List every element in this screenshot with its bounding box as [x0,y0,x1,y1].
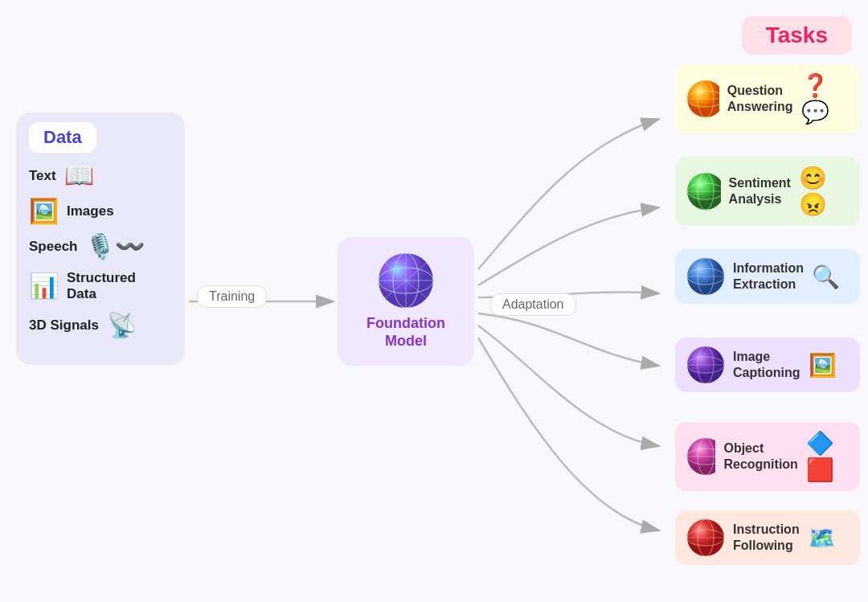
if-sphere [686,518,725,557]
tasks-title: Tasks [766,23,828,47]
qa-sphere [686,80,719,118]
adaptation-text: Adaptation [502,297,564,311]
ie-label: InformationExtraction [733,260,804,293]
data-item-structured-label: StructuredData [67,270,136,302]
ie-sphere [686,257,725,296]
task-card-image-captioning: ImageCaptioning 🖼️ [675,338,860,392]
data-item-speech: Speech 🎙️〰️ [29,235,172,259]
data-title: Data [43,127,82,147]
or-sphere [686,437,715,476]
qa-label: QuestionAnswering [727,83,793,115]
data-item-text-label: Text [29,168,56,184]
tasks-title-box: Tasks [742,16,852,55]
task-card-sentiment: SentimentAnalysis 😊😠 [675,157,860,226]
images-icon: 🖼️ [29,199,59,223]
sentiment-sphere [686,172,721,211]
data-item-3d-label: 3D Signals [29,317,99,334]
data-item-text: Text 📖 [29,164,172,188]
data-item-images: 🖼️ Images [29,199,172,223]
3d-icon: 📡 [107,313,137,338]
if-icon: 🗺️ [808,525,836,551]
sentiment-label: SentimentAnalysis [729,175,791,207]
data-item-structured: 📊 StructuredData [29,270,172,302]
speech-icon: 🎙️〰️ [85,235,145,259]
data-title-box: Data [29,122,96,153]
task-card-instruction-following: InstructionFollowing 🗺️ [675,510,860,565]
foundation-sphere [378,252,434,309]
adaptation-label: Adaptation [490,293,576,316]
task-card-object-recognition: ObjectRecognition 🔷🟥 [675,422,860,491]
text-icon: 📖 [64,164,94,188]
or-icon: 🔷🟥 [806,430,849,483]
training-label: Training [197,285,267,308]
sentiment-icon: 😊😠 [799,165,849,218]
ie-icon: 🔍 [812,264,840,290]
foundation-model-box: FoundationModel [338,237,474,366]
or-label: ObjectRecognition [723,440,797,473]
ic-icon: 🖼️ [809,352,837,379]
data-panel: Data Text 📖 🖼️ Images Speech 🎙️〰️ 📊 Stru… [16,113,185,365]
data-item-speech-label: Speech [29,239,77,255]
structured-icon: 📊 [29,274,59,298]
foundation-model-label: FoundationModel [366,315,445,350]
qa-icon: ❓💬 [801,72,849,125]
data-item-3d: 3D Signals 📡 [29,313,172,338]
data-item-images-label: Images [67,203,114,219]
ic-sphere [686,346,725,384]
task-card-info-extraction: InformationExtraction 🔍 [675,249,860,304]
ic-label: ImageCaptioning [733,349,800,381]
if-label: InstructionFollowing [733,522,800,554]
task-card-question-answering: QuestionAnswering ❓💬 [675,64,860,133]
training-text: Training [209,289,255,303]
